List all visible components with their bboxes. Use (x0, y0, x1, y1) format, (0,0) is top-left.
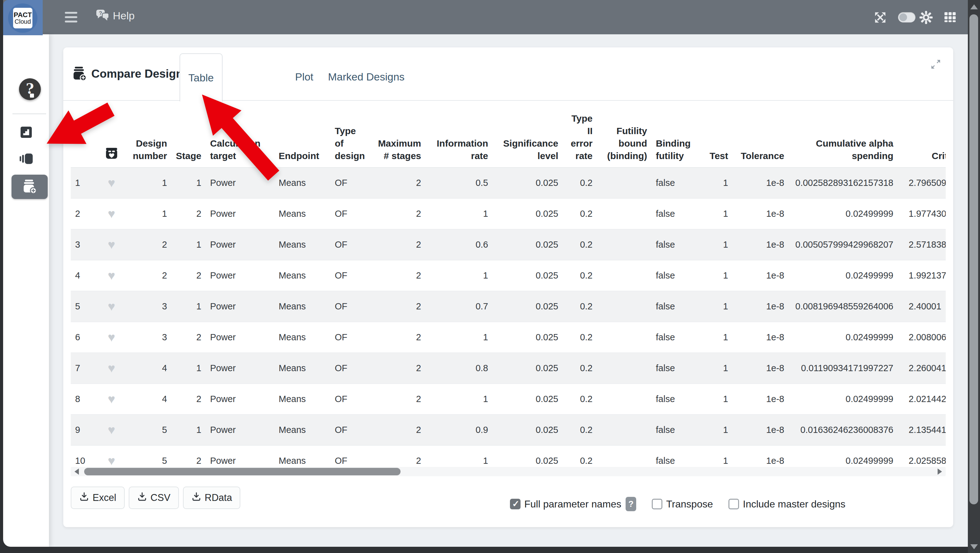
table-cell: 1e-8 (732, 322, 789, 353)
horizontal-scrollbar-thumb[interactable] (84, 468, 401, 475)
full-parameter-names-checkbox[interactable]: Full parameter names ? (510, 497, 636, 511)
column-header-crit[interactable]: Crit (898, 101, 946, 167)
table-cell: 1 (172, 353, 206, 384)
column-header-binding[interactable]: Binding futility (651, 101, 700, 167)
table-cell: 0.9 (425, 414, 493, 445)
excel-export-button[interactable]: Excel (71, 486, 125, 509)
expand-panel-icon[interactable] (929, 58, 942, 72)
column-header-futility[interactable]: Futility bound (binding) (597, 101, 651, 167)
table-cell-mark: ♥ (98, 167, 125, 198)
column-header-cumulative-alpha[interactable]: Cumulative alpha spending (789, 101, 898, 167)
scroll-left-arrow-icon[interactable] (75, 469, 79, 475)
table-cell: 2 (371, 353, 425, 384)
hamburger-icon[interactable] (65, 12, 77, 22)
table-cell: 2 (172, 260, 206, 291)
designs-add-icon (72, 66, 87, 82)
rdata-export-button[interactable]: RData (183, 486, 241, 509)
sidebar-item-compare-designs[interactable] (11, 175, 48, 199)
sidebar-divider (13, 113, 46, 114)
heart-icon[interactable]: ♥ (108, 207, 115, 220)
column-header-type[interactable]: Type of design (330, 101, 371, 167)
column-header-tolerance[interactable]: Tolerance (732, 101, 789, 167)
table-cell: OF (330, 445, 371, 465)
table-cell: 0.025 (493, 353, 563, 384)
column-header-endpoint[interactable]: Endpoint (274, 101, 330, 167)
theme-toggle[interactable] (898, 12, 915, 22)
table-cell: 0.025 (493, 229, 563, 260)
transpose-checkbox[interactable]: Transpose (652, 499, 713, 510)
table-cell: 2.2600413 (898, 353, 946, 384)
table-cell: Power (206, 260, 274, 291)
tab-plot-label: Plot (295, 71, 313, 83)
scroll-up-arrow-icon[interactable] (970, 4, 978, 10)
column-header-mark-heart-icon[interactable] (98, 101, 125, 167)
heart-icon[interactable]: ♥ (108, 454, 115, 465)
table-cell: 0.002582893162157318 (789, 167, 898, 198)
heart-icon[interactable]: ♥ (108, 269, 115, 282)
tab-marked-designs[interactable]: Marked Designs (324, 53, 409, 100)
table-cell: 2 (172, 445, 206, 465)
scroll-right-arrow-icon[interactable] (938, 469, 942, 475)
help-badge[interactable]: ? (625, 497, 636, 511)
table-cell: 0.8 (425, 353, 493, 384)
table-cell: 0.025 (493, 322, 563, 353)
fullscreen-icon[interactable] (874, 11, 887, 25)
heart-icon[interactable]: ♥ (108, 392, 115, 406)
designs-table-viewport[interactable]: Design numberStageCalculation targetEndp… (71, 101, 946, 465)
table-cell: 0.025 (493, 167, 563, 198)
table-cell-mark: ♥ (98, 260, 125, 291)
app-logo[interactable]: PACT Cloud (3, 0, 43, 35)
sidebar-item-collections[interactable] (3, 152, 49, 167)
column-header-test[interactable]: Test (700, 101, 732, 167)
horizontal-scrollbar[interactable] (71, 467, 946, 476)
column-header-type[interactable]: Type II error rate (563, 101, 597, 167)
table-cell: 6 (71, 322, 98, 353)
table-cell: 0.02499999 (789, 384, 898, 414)
table-cell: Power (206, 291, 274, 322)
heart-icon[interactable]: ♥ (108, 237, 115, 252)
export-buttons: Excel CSV RData (71, 486, 240, 509)
table-cell: false (651, 384, 700, 414)
heart-icon[interactable]: ♥ (108, 176, 115, 190)
heart-icon[interactable]: ♥ (108, 423, 115, 437)
sidebar-item-designs[interactable] (3, 127, 49, 139)
heart-icon[interactable]: ♥ (108, 330, 115, 344)
table-cell: 3 (71, 229, 98, 260)
rdata-button-label: RData (205, 492, 232, 504)
table-cell: Power (206, 229, 274, 260)
gear-icon[interactable] (920, 11, 932, 25)
column-header-significance[interactable]: Significance level (493, 101, 563, 167)
table-cell: 0.2 (563, 167, 597, 198)
logo-text-1: PACT (14, 11, 32, 18)
tab-plot[interactable]: Plot (285, 53, 324, 100)
column-header-stage[interactable]: Stage (172, 101, 206, 167)
column-header-calculation[interactable]: Calculation target (206, 101, 274, 167)
include-master-designs-checkbox[interactable]: Include master designs (729, 499, 845, 510)
vertical-scrollbar[interactable] (968, 0, 980, 553)
column-header-information[interactable]: Information rate (425, 101, 493, 167)
heart-icon[interactable]: ♥ (108, 361, 115, 375)
heart-icon[interactable]: ♥ (108, 300, 115, 313)
table-cell: 1 (125, 198, 172, 229)
column-header-design[interactable]: Design number (125, 101, 172, 167)
table-cell: 0.025 (493, 384, 563, 414)
table-cell: false (651, 445, 700, 465)
table-cell: 0.02499999 (789, 198, 898, 229)
panel-title-text: Compare Designs (91, 67, 189, 80)
table-cell: 1 (700, 353, 732, 384)
designs-add-icon (22, 179, 37, 195)
help-menu[interactable]: ? Help (95, 8, 135, 23)
vertical-scrollbar-thumb[interactable] (969, 14, 978, 504)
table-cell: 0.01636246236008376 (789, 414, 898, 445)
tab-table[interactable]: Table (180, 53, 223, 101)
sidebar-item-help-avatar[interactable]: ? (19, 78, 41, 100)
column-header-rownum[interactable] (71, 101, 98, 167)
column-header-maximum[interactable]: Maximum # stages (371, 101, 425, 167)
table-cell: 0.7 (425, 291, 493, 322)
csv-export-button[interactable]: CSV (129, 486, 179, 509)
scroll-down-arrow-icon[interactable] (970, 544, 978, 549)
table-cell: false (651, 260, 700, 291)
table-cell: OF (330, 260, 371, 291)
grid-icon[interactable] (944, 11, 956, 25)
table-cell: 1e-8 (732, 353, 789, 384)
